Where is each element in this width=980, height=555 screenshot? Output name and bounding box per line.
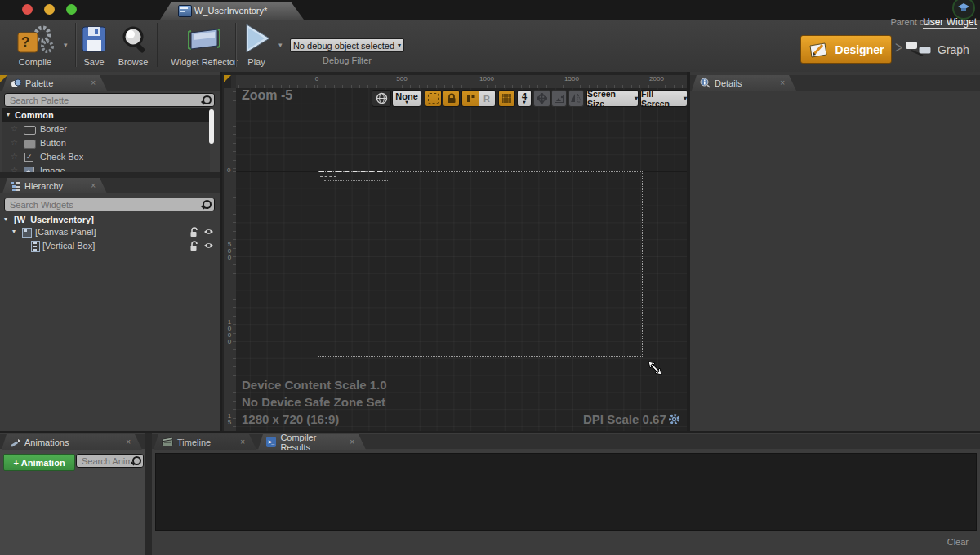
hierarchy-tab-close-icon[interactable]: × xyxy=(91,181,96,190)
resize-cursor xyxy=(647,360,663,376)
play-options-caret[interactable]: ▾ xyxy=(278,41,283,49)
play-label: Play xyxy=(240,57,273,67)
hierarchy-tab-label: Hierarchy xyxy=(24,181,63,191)
save-label: Save xyxy=(78,57,109,67)
details-tab-label: Details xyxy=(715,78,742,88)
design-surface[interactable]: Zoom -5 Device Content Scale 1.0 No Devi… xyxy=(236,88,688,431)
safe-zone-label: No Device Safe Zone Set xyxy=(242,395,385,409)
widget-blueprint-icon xyxy=(178,5,192,17)
preview-background-button[interactable] xyxy=(551,90,567,107)
tree-row-vertical-box[interactable]: [Vertical Box] xyxy=(0,239,220,252)
screen-size-dropdown[interactable]: Screen Size ▾ xyxy=(586,90,639,107)
localization-preview-button[interactable] xyxy=(372,90,391,107)
fill-screen-dropdown[interactable]: Fill Screen ▾ xyxy=(640,90,688,107)
tab-palette[interactable]: Palette × xyxy=(2,75,107,91)
palette-item-checkbox[interactable]: ☆ ✓ Check Box xyxy=(2,150,210,163)
device-content-scale-label: Device Content Scale 1.0 xyxy=(242,378,387,392)
palette-section-common[interactable]: ▾ Common xyxy=(2,108,210,122)
grid-snap-size-dropdown[interactable]: 4▾ xyxy=(517,90,532,107)
tab-timeline[interactable]: Timeline × xyxy=(154,434,256,450)
animations-tab-label: Animations xyxy=(24,437,69,447)
compiler-results-tab-label: Compiler Results xyxy=(280,433,345,452)
palette-item-border[interactable]: ☆ Border xyxy=(2,122,210,135)
play-button[interactable]: Play xyxy=(240,21,273,69)
tree-row-root[interactable]: ▾ [W_UserInventory] xyxy=(0,214,220,226)
grid-snap-button[interactable] xyxy=(498,90,515,107)
palette-item-label: Image xyxy=(40,166,65,172)
compile-button[interactable]: ? Compile xyxy=(8,23,62,69)
zoom-traffic-light[interactable] xyxy=(66,4,77,15)
widget-reflector-icon xyxy=(187,26,221,54)
palette-tab-label: Palette xyxy=(25,78,53,88)
browse-button[interactable]: Browse xyxy=(114,23,152,69)
favorite-star-icon[interactable]: ☆ xyxy=(11,124,18,133)
visibility-eye-icon[interactable] xyxy=(203,228,214,236)
toggle-outlines-button[interactable] xyxy=(425,90,442,107)
dock-preview-button[interactable] xyxy=(462,90,479,107)
design-area-outline xyxy=(318,171,643,357)
details-tab-close-icon[interactable]: × xyxy=(780,78,785,87)
tab-animations[interactable]: Animations × xyxy=(2,434,142,450)
favorite-star-icon[interactable]: ☆ xyxy=(11,138,18,147)
hierarchy-search-input[interactable] xyxy=(4,198,215,211)
vertical-box-icon xyxy=(31,241,40,252)
graph-mode-button[interactable]: Graph xyxy=(905,38,975,62)
minimize-traffic-light[interactable] xyxy=(44,4,55,15)
tree-node-label: [Vertical Box] xyxy=(42,241,95,251)
bottom-splitter[interactable] xyxy=(145,433,152,555)
designer-canvas-panel: 0 500 1000 1500 2000 0 500 1000 15 Zoom … xyxy=(220,72,688,431)
hierarchy-icon xyxy=(11,181,20,191)
document-tab-close-icon[interactable]: × xyxy=(299,7,304,16)
clear-log-button[interactable]: Clear xyxy=(947,537,969,547)
graduation-cap-icon xyxy=(957,2,970,14)
dpi-settings-gear-icon[interactable] xyxy=(668,413,680,425)
left-dock-column: Palette × ▾ Common ☆ Border ☆ Button ☆ ✓ xyxy=(0,72,220,431)
palette-item-button[interactable]: ☆ Button xyxy=(2,136,210,149)
screen-size-label: Screen Size xyxy=(587,89,631,109)
document-tab[interactable]: W_UserInventory* × xyxy=(160,2,304,20)
palette-search-input[interactable] xyxy=(4,93,215,107)
respect-locks-button[interactable]: R xyxy=(479,90,495,107)
compile-options-caret[interactable]: ▾ xyxy=(64,41,68,49)
palette-item-image[interactable]: ☆ Image xyxy=(2,164,210,172)
debug-object-dropdown[interactable]: No debug object selected ▾ xyxy=(290,38,404,52)
selected-widget-guide xyxy=(324,180,388,181)
close-traffic-light[interactable] xyxy=(22,4,33,15)
tab-details[interactable]: Details × xyxy=(692,75,796,91)
animations-tab-close-icon[interactable]: × xyxy=(126,437,131,446)
tab-compiler-results[interactable]: >_ Compiler Results × xyxy=(258,434,366,450)
flip-preview-button[interactable] xyxy=(568,90,584,107)
selected-widget-outline[interactable] xyxy=(319,171,382,172)
designer-mode-button[interactable]: Designer xyxy=(800,35,892,64)
lock-widgets-button[interactable] xyxy=(443,90,460,107)
section-expander-icon[interactable]: ▾ xyxy=(7,111,10,118)
compile-label: Compile xyxy=(8,57,62,67)
dock-splitter[interactable] xyxy=(0,172,220,178)
visibility-eye-icon[interactable] xyxy=(203,242,214,250)
compiler-results-tab-close-icon[interactable]: × xyxy=(350,437,354,446)
localization-none-dropdown[interactable]: None▾ xyxy=(392,90,421,107)
globe-icon xyxy=(376,92,388,104)
timeline-tab-close-icon[interactable]: × xyxy=(240,437,245,446)
palette-search-icon xyxy=(203,95,212,104)
tab-hierarchy[interactable]: Hierarchy × xyxy=(2,178,107,193)
canvas-panel-icon xyxy=(22,228,32,238)
transform-mode-button[interactable] xyxy=(533,90,550,107)
save-button[interactable]: Save xyxy=(78,23,109,69)
designer-label: Designer xyxy=(835,43,884,56)
palette-scrollbar-thumb[interactable] xyxy=(209,109,214,144)
lock-open-icon[interactable] xyxy=(189,241,199,251)
favorite-star-icon[interactable]: ☆ xyxy=(11,166,18,172)
screen-size-caret-icon: ▾ xyxy=(635,95,638,102)
expander-icon[interactable]: ▾ xyxy=(4,215,7,223)
expander-icon[interactable]: ▾ xyxy=(12,228,16,235)
palette-tab-close-icon[interactable]: × xyxy=(91,78,96,87)
grid-caret-icon: ▾ xyxy=(523,100,525,104)
favorite-star-icon[interactable]: ☆ xyxy=(11,152,18,161)
compiler-log-area[interactable] xyxy=(155,453,977,531)
tree-root-label: [W_UserInventory] xyxy=(14,215,94,224)
graph-icon xyxy=(905,39,933,60)
lock-open-icon[interactable] xyxy=(189,227,199,238)
add-animation-button[interactable]: + Animation xyxy=(3,454,75,471)
tree-row-canvas-panel[interactable]: ▾ [Canvas Panel] xyxy=(0,226,220,238)
